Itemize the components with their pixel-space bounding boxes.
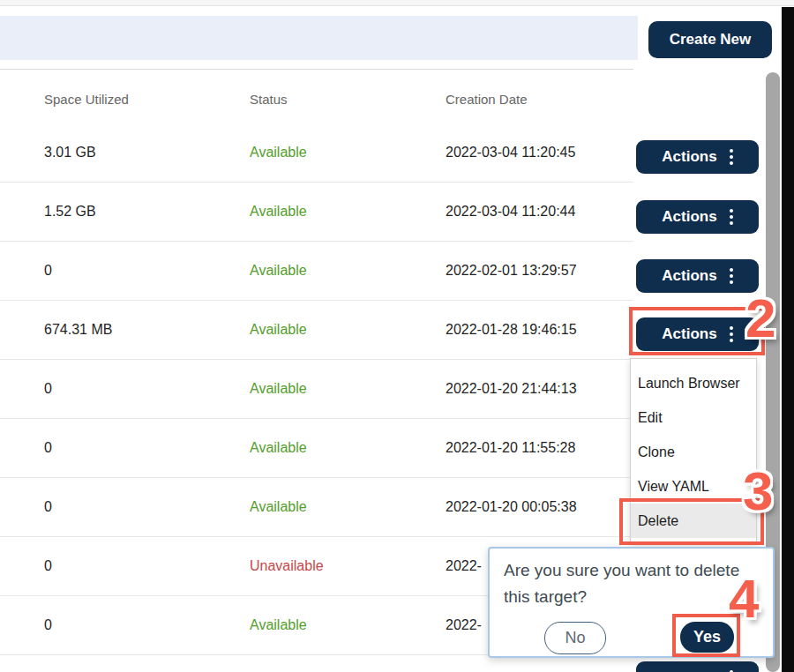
- status-cell: Available: [250, 204, 307, 220]
- date-cell: 2022-01-28 19:46:15: [446, 322, 577, 338]
- space-cell: 0: [44, 440, 52, 456]
- toolbar-band: [0, 16, 638, 60]
- menu-item-edit[interactable]: Edit: [631, 400, 756, 435]
- space-cell: 1.52 GB: [44, 204, 96, 220]
- kebab-menu-icon: [730, 149, 733, 165]
- table-row: 674.31 MB Available 2022-01-28 19:46:15: [0, 301, 633, 360]
- status-cell: Available: [250, 145, 307, 161]
- kebab-menu-icon: [730, 209, 733, 225]
- date-cell: 2022-02-01 13:29:57: [446, 263, 577, 279]
- status-cell: Unavailable: [250, 558, 324, 574]
- status-cell: Available: [250, 617, 307, 633]
- actions-button[interactable]: Actions: [636, 140, 759, 174]
- table-top-divider: [0, 69, 633, 70]
- table-row: 0 Available 2022-02-01 13:29:57: [0, 242, 633, 301]
- kebab-menu-icon: [730, 268, 733, 284]
- table-row: 3.01 GB Available 2022-03-04 11:20:45: [0, 123, 633, 183]
- screen-right-edge: [782, 7, 794, 672]
- date-cell: 2022-01-20 21:44:13: [446, 381, 577, 397]
- screen: Create New Space Utilized Status Creatio…: [0, 0, 794, 672]
- table-row: 1.52 GB Available 2022-03-04 11:20:44: [0, 183, 633, 242]
- actions-button-row4[interactable]: Actions: [636, 317, 759, 351]
- actions-button-label: Actions: [662, 148, 716, 166]
- top-window-strip: [0, 0, 794, 6]
- column-header-space-utilized: Space Utilized: [44, 92, 129, 107]
- date-cell: 2022-01-20 11:55:28: [446, 440, 575, 456]
- kebab-menu-icon: [730, 326, 733, 342]
- space-cell: 674.31 MB: [44, 322, 112, 338]
- no-button[interactable]: No: [544, 622, 606, 654]
- menu-item-view-yaml[interactable]: View YAML: [631, 469, 756, 504]
- menu-item-clone[interactable]: Clone: [631, 435, 756, 469]
- date-cell: 2022-03-04 11:20:45: [446, 145, 575, 161]
- status-cell: Available: [250, 322, 307, 338]
- date-cell: 2022-: [446, 617, 482, 633]
- menu-item-delete[interactable]: Delete: [631, 504, 756, 538]
- column-header-status: Status: [250, 92, 288, 107]
- table-row: 0 Available 2022-01-20 11:55:28: [0, 419, 633, 478]
- actions-button-label: Actions: [662, 267, 716, 285]
- yes-button[interactable]: Yes: [680, 622, 734, 653]
- status-cell: Available: [250, 499, 307, 515]
- column-header-creation-date: Creation Date: [446, 92, 528, 107]
- actions-dropdown-menu: Launch Browser Edit Clone View YAML Dele…: [630, 358, 757, 543]
- actions-button-label: Actions: [662, 325, 716, 343]
- table-row: 0 Available 2022-01-20 21:44:13: [0, 360, 633, 419]
- space-cell: 0: [44, 499, 52, 515]
- confirm-message: Are you sure you want to delete this tar…: [504, 557, 764, 610]
- space-cell: 0: [44, 558, 52, 574]
- create-new-button[interactable]: Create New: [648, 21, 772, 58]
- space-cell: 0: [44, 263, 52, 279]
- space-cell: 0: [44, 617, 52, 633]
- space-cell: 0: [44, 381, 52, 397]
- table-row: 0 Available 2022-01-20 00:05:38: [0, 478, 633, 537]
- menu-item-launch-browser[interactable]: Launch Browser: [631, 366, 756, 400]
- space-cell: 3.01 GB: [44, 145, 96, 161]
- date-cell: 2022-01-20 00:05:38: [446, 499, 577, 515]
- actions-button-label: Actions: [662, 208, 716, 226]
- delete-confirm-popover: Are you sure you want to delete this tar…: [488, 547, 775, 658]
- status-cell: Available: [250, 381, 307, 397]
- actions-button[interactable]: Actions: [636, 200, 759, 234]
- actions-button-partial[interactable]: Actions: [636, 661, 759, 672]
- actions-button[interactable]: Actions: [636, 259, 759, 293]
- date-cell: 2022-03-04 11:20:44: [446, 204, 575, 220]
- date-cell: 2022-: [446, 558, 482, 574]
- status-cell: Available: [250, 440, 307, 456]
- status-cell: Available: [250, 263, 307, 279]
